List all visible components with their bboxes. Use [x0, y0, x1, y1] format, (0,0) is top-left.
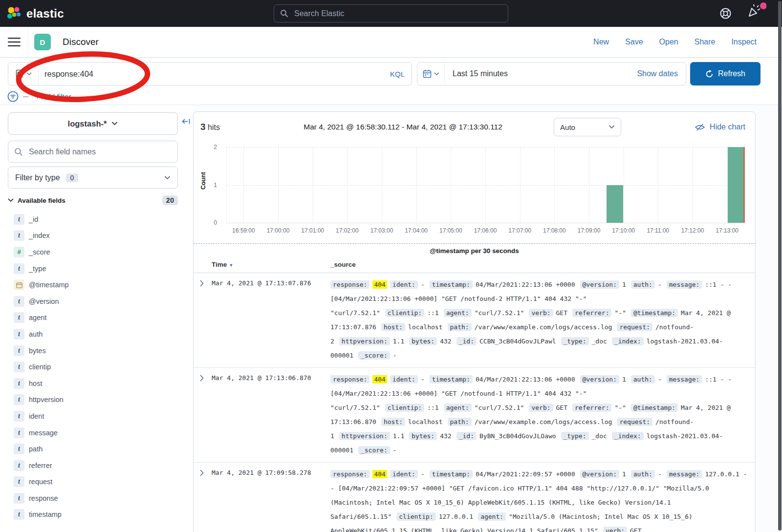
query-language-button[interactable]: KQL [390, 70, 412, 78]
global-search[interactable] [274, 4, 508, 22]
chevron-down-icon [164, 176, 171, 180]
expand-row-icon[interactable] [200, 469, 204, 478]
field-type-string-icon: t [14, 345, 24, 356]
filter-bar: + Add filter [7, 91, 71, 102]
field-value: - [421, 281, 425, 288]
field-value: "-" [614, 309, 626, 317]
show-dates-button[interactable]: Show dates [637, 69, 686, 78]
field-value: "-" [614, 404, 626, 411]
news-icon[interactable] [746, 2, 766, 21]
field-type-string-icon: t [14, 444, 24, 454]
field-type-string-icon: t [14, 362, 24, 372]
field-label: _index: [612, 432, 644, 440]
field-item-message[interactable]: tmessage [8, 425, 178, 441]
collapse-sidebar-icon[interactable] [181, 117, 191, 128]
field-item-bytes[interactable]: tbytes [8, 342, 178, 359]
field-value: 04/Mar/2021:22:13:06 +0000 [476, 281, 575, 288]
x-tick-label: 17:11:00 [641, 227, 675, 234]
filter-by-type-select[interactable]: Filter by type 0 [8, 167, 178, 189]
help-icon[interactable] [719, 7, 732, 22]
table-row: Mar 4, 2021 @ 17:09:58.278response:404id… [194, 463, 755, 532]
interval-select[interactable]: Auto [554, 118, 621, 136]
new-button[interactable]: New [593, 38, 609, 46]
field-item-_id[interactable]: t_id [8, 211, 178, 228]
histogram[interactable]: Count 01216:59:0017:00:0017:01:0017:02:0… [194, 142, 755, 243]
field-item-auth[interactable]: tauth [8, 326, 178, 342]
field-label: timestamp: [430, 470, 473, 478]
x-tick-label: 17:03:00 [365, 227, 399, 234]
field-value: localhost [408, 418, 442, 426]
save-button[interactable]: Save [625, 38, 643, 46]
histogram-bar[interactable] [607, 185, 623, 223]
field-label: timestamp: [430, 375, 473, 383]
time-range-value[interactable]: Last 15 minutes [445, 69, 637, 78]
available-fields-header[interactable]: Available fields 20 [8, 195, 178, 205]
y-tick-label: 1 [202, 182, 217, 189]
x-gridline [485, 146, 486, 223]
field-item-timestamp[interactable]: ttimestamp [8, 507, 178, 523]
row-source: response:404ident:-timestamp:04/Mar/2021… [330, 467, 750, 532]
field-type-string-icon: t [14, 394, 24, 405]
field-name: _index [29, 232, 50, 239]
discover-app-badge[interactable]: D [34, 34, 51, 50]
field-label: message: [667, 470, 702, 478]
field-item-_index[interactable]: t_index [8, 228, 178, 244]
field-item-@timestamp[interactable]: @timestamp [8, 277, 178, 293]
expand-row-icon[interactable] [200, 375, 204, 383]
inspect-button[interactable]: Inspect [731, 38, 757, 46]
saved-query-button[interactable] [8, 63, 39, 85]
query-input[interactable]: response:404 [39, 69, 390, 79]
field-label: @version: [580, 280, 619, 289]
field-value: localhost [408, 323, 442, 331]
x-tick-label: 17:07:00 [503, 227, 537, 234]
menu-icon[interactable] [0, 27, 28, 57]
time-column-header[interactable]: Time▼ [212, 261, 233, 268]
index-pattern-select[interactable]: logstash-* [8, 112, 178, 135]
field-item-path[interactable]: tpath [8, 441, 178, 457]
field-item-ident[interactable]: tident [8, 408, 178, 425]
sort-desc-icon[interactable]: ▼ [229, 263, 233, 268]
field-search[interactable] [8, 141, 178, 163]
field-name: clientip [29, 363, 51, 371]
filter-divider [23, 96, 28, 97]
field-label: ident: [390, 375, 418, 383]
refresh-button[interactable]: Refresh [690, 62, 760, 85]
table-row: Mar 4, 2021 @ 17:13:06.870response:404id… [194, 368, 755, 463]
field-value: GET [630, 527, 641, 532]
x-gridline [278, 146, 279, 223]
field-item-@version[interactable]: t@version [8, 293, 178, 310]
field-value: ::1 [427, 309, 438, 317]
field-item-_score[interactable]: #_score [8, 244, 178, 260]
vertical-scrollbar[interactable] [778, 1, 782, 531]
field-name: @timestamp [29, 281, 69, 289]
elastic-logo[interactable]: elastic [7, 0, 64, 27]
field-label: httpversion: [339, 337, 390, 345]
global-search-input[interactable] [293, 9, 502, 19]
field-item-agent[interactable]: tagent [8, 310, 178, 326]
field-type-date-icon [14, 279, 24, 290]
field-label: _id: [456, 337, 477, 345]
date-picker: Last 15 minutes Show dates [417, 62, 686, 85]
field-label: httpversion: [339, 432, 390, 440]
histogram-bar[interactable] [728, 147, 744, 223]
share-button[interactable]: Share [695, 38, 716, 46]
field-item-_type[interactable]: t_type [8, 260, 178, 277]
date-quick-select-button[interactable] [417, 63, 445, 85]
field-item-response[interactable]: tresponse [8, 490, 178, 507]
field-item-host[interactable]: thost [8, 375, 178, 392]
open-button[interactable]: Open [659, 38, 678, 46]
add-filter-button[interactable]: + Add filter [35, 92, 71, 101]
source-column-header: _source [330, 261, 356, 268]
filter-icon[interactable] [7, 91, 19, 102]
field-item-clientip[interactable]: tclientip [8, 359, 178, 375]
saved-query-icon [15, 69, 24, 78]
hide-chart-button[interactable]: Hide chart [695, 123, 745, 131]
field-item-referrer[interactable]: treferrer [8, 457, 178, 474]
expand-row-icon[interactable] [200, 280, 204, 288]
field-search-input[interactable] [28, 147, 172, 157]
field-item-request[interactable]: trequest [8, 474, 178, 490]
global-header: elastic [0, 0, 782, 27]
field-item-httpversion[interactable]: thttpversion [8, 392, 178, 408]
field-value: 1 [622, 281, 626, 288]
row-source: response:404ident:-timestamp:04/Mar/2021… [330, 372, 750, 457]
